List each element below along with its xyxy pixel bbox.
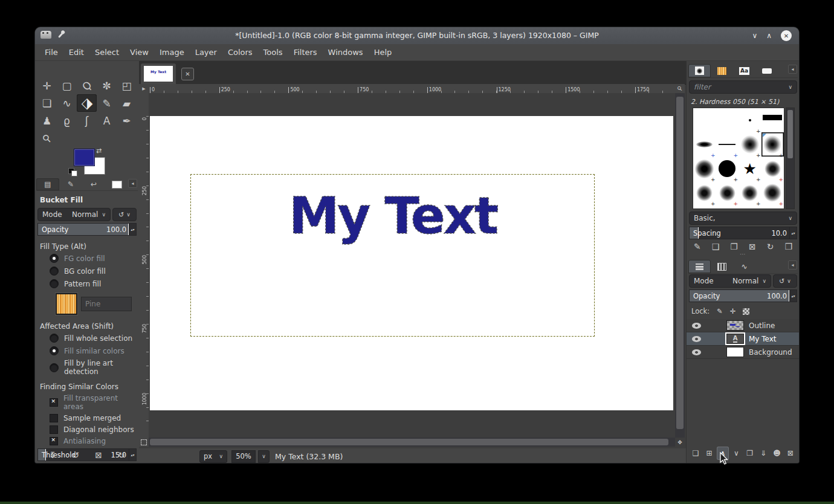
spinner-icon[interactable]: ▴▾	[789, 290, 797, 302]
bucket-fill-tool[interactable]: ◪	[77, 94, 97, 112]
brush-filter-dropdown[interactable]: filter ∨	[689, 80, 797, 94]
layer-row-outline[interactable]: Outline	[687, 319, 799, 332]
zoom-entry[interactable]: 50%	[231, 450, 256, 463]
delete-tool-preset-button[interactable]: ⊠	[92, 450, 105, 460]
new-layer-button[interactable]: ❑	[690, 447, 702, 460]
color-picker-tool[interactable]: ✒	[117, 112, 137, 129]
quick-mask-toggle[interactable]	[139, 438, 149, 447]
option-fg-color-fill[interactable]: FG color fill	[35, 252, 139, 265]
paint-mode-dropdown[interactable]: Mode Normal∨	[37, 208, 111, 221]
spinner-icon[interactable]: ▴▾	[129, 224, 136, 235]
visibility-eye-icon[interactable]	[692, 336, 701, 342]
new-brush-button[interactable]: ❑	[712, 242, 720, 251]
open-brush-as-image-button[interactable]: ❒	[784, 242, 792, 251]
menu-item-help[interactable]: Help	[369, 48, 398, 57]
brush-cell[interactable]	[693, 157, 716, 181]
brush-grid-scrollbar[interactable]	[786, 108, 795, 209]
tab-fonts[interactable]: Aa	[733, 64, 755, 77]
tab-undo-history[interactable]: ↩	[82, 178, 105, 190]
menu-item-layer[interactable]: Layer	[190, 48, 222, 57]
brush-cell[interactable]	[716, 205, 739, 209]
menu-item-edit[interactable]: Edit	[63, 48, 89, 57]
lock-position-button[interactable]: ✛	[730, 307, 736, 315]
spacing-slider[interactable]: Spacing 10.0 ▴▾	[689, 227, 797, 239]
paths-tool[interactable]: ʃ	[77, 112, 97, 129]
brush-group-dropdown[interactable]: Basic, ∨	[689, 212, 797, 225]
image-tab[interactable]: My Text	[141, 63, 176, 84]
image-tab-close-button[interactable]: ✕	[181, 68, 194, 80]
zoom-tool[interactable]: ⚲	[37, 129, 57, 147]
merge-down-button[interactable]: ⇓	[757, 447, 769, 460]
warp-transform-tool[interactable]: ∿	[57, 94, 77, 112]
h-ruler[interactable]: 02505007501000125015001750	[149, 84, 675, 94]
lower-layer-button[interactable]: ∨	[730, 447, 742, 460]
brush-cell[interactable]	[761, 181, 784, 205]
new-layer-group-button[interactable]: ⊞	[703, 447, 715, 460]
menu-item-tools[interactable]: Tools	[258, 48, 288, 57]
default-colors-icon[interactable]	[68, 168, 77, 175]
brush-cell[interactable]	[739, 181, 761, 205]
horizontal-scrollbar-thumb[interactable]	[150, 439, 668, 445]
duplicate-layer-button[interactable]: ❐	[744, 447, 756, 460]
brush-cell[interactable]	[761, 108, 784, 132]
smudge-tool[interactable]: ϱ	[57, 112, 77, 129]
option-sample-merged[interactable]: Sample merged	[35, 412, 139, 424]
layer-row-background[interactable]: Background	[687, 346, 799, 359]
pattern-swatch[interactable]	[56, 293, 77, 315]
text-tool[interactable]: A	[97, 112, 117, 129]
option-fill-by-line-art-detection[interactable]: Fill by line art detection	[35, 357, 139, 378]
zoom-follow-window-button[interactable]: ⚲	[675, 84, 685, 94]
refresh-brushes-button[interactable]: ↻	[767, 242, 774, 251]
layer-opacity-slider[interactable]: Opacity 100.0 ▴▾	[689, 289, 797, 302]
pattern-name-field[interactable]: Pine	[81, 297, 132, 311]
brush-cell[interactable]	[739, 205, 761, 209]
layer-mode-dropdown[interactable]: Mode Normal∨	[689, 274, 771, 288]
layer-row-my-text[interactable]: My Text	[687, 332, 799, 346]
lock-alpha-button[interactable]	[743, 308, 749, 315]
tab-device-status[interactable]: ✎	[59, 178, 82, 190]
brush-cell[interactable]	[716, 132, 739, 157]
v-ruler[interactable]: 02505007501000	[139, 93, 149, 438]
dock-splitter[interactable]: ⋯	[687, 251, 799, 257]
transform-tool[interactable]: ❏	[37, 94, 57, 112]
delete-layer-button[interactable]: ⊠	[784, 447, 797, 460]
horizontal-scrollbar[interactable]	[149, 438, 675, 447]
brush-cell[interactable]	[693, 205, 716, 209]
brush-cell[interactable]: ★	[739, 157, 761, 181]
add-layer-mask-button[interactable]: ☻	[771, 447, 783, 460]
tab-patterns[interactable]	[711, 64, 733, 77]
clone-tool[interactable]: ♟	[37, 112, 57, 129]
paintbrush-tool[interactable]: ✎	[97, 94, 117, 112]
zoom-dropdown-button[interactable]: ∨	[258, 450, 270, 463]
visibility-eye-icon[interactable]	[692, 349, 701, 355]
duplicate-brush-button[interactable]: ❐	[730, 242, 738, 251]
delete-brush-button[interactable]: ⊠	[749, 242, 756, 251]
brush-cell[interactable]	[716, 108, 739, 132]
layer-mode-reset-button[interactable]: ↺∨	[773, 274, 797, 288]
brush-grid-scrollbar-thumb[interactable]	[787, 110, 793, 158]
menu-item-view[interactable]: View	[124, 48, 154, 57]
tab-palettes[interactable]	[755, 64, 778, 77]
minimize-button[interactable]: ∨	[752, 32, 757, 39]
brush-cell[interactable]	[761, 157, 784, 181]
canvas-image[interactable]: My Text	[150, 116, 673, 410]
canvas-viewport[interactable]: My Text	[149, 93, 675, 438]
free-select-tool[interactable]: Ϙ	[77, 77, 97, 94]
vertical-scrollbar-thumb[interactable]	[676, 97, 684, 429]
move-tool[interactable]: ✛	[37, 77, 57, 94]
tab-paths[interactable]: ∿	[733, 260, 755, 273]
spinner-icon[interactable]: ▴▾	[789, 227, 797, 239]
menu-item-image[interactable]: Image	[154, 48, 190, 57]
menu-item-colors[interactable]: Colors	[222, 48, 258, 57]
ruler-origin-button[interactable]: ▶	[139, 84, 149, 94]
brush-cell[interactable]	[739, 108, 761, 132]
option-bg-color-fill[interactable]: BG color fill	[35, 265, 139, 277]
option-fill-similar-colors[interactable]: Fill similar colors	[35, 344, 139, 357]
tab-layers[interactable]	[688, 260, 711, 273]
close-button[interactable]: ✕	[781, 30, 792, 41]
collapse-dock-icon[interactable]: ◂	[788, 260, 797, 270]
rectangle-select-tool[interactable]: ▢	[57, 77, 77, 94]
eraser-tool[interactable]: ▰	[117, 94, 137, 112]
unit-dropdown[interactable]: px ∨	[199, 450, 227, 463]
collapse-dock-icon[interactable]: ◂	[788, 65, 797, 74]
